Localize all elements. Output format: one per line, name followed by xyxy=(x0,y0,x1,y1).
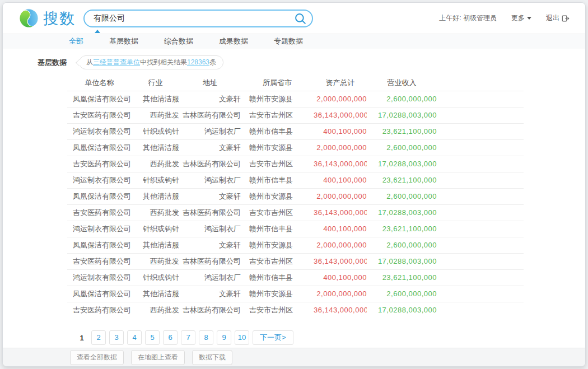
table-row[interactable]: 凤凰保洁有限公司 其他清洁服 文豪轩 赣州市安源县 2,000,000,000 … xyxy=(67,91,524,107)
page-number-button[interactable]: 4 xyxy=(127,330,142,345)
page-number-button[interactable]: 6 xyxy=(163,330,178,345)
province-cell: 吉安市吉州区 xyxy=(241,302,314,318)
unit-name-cell: 凤凰保洁有限公司 xyxy=(67,237,132,253)
province-cell: 赣州市安源县 xyxy=(241,188,314,204)
unit-name-cell: 凤凰保洁有限公司 xyxy=(67,286,132,302)
footer-action-button[interactable]: 查看全部数据 xyxy=(70,350,124,365)
app-window: 搜数 上午好: 初级管理员 更多 退出 xyxy=(2,2,586,367)
industry-cell: 西药批发 xyxy=(132,302,179,318)
column-header-spacer xyxy=(437,75,524,91)
revenue-cell: 17,0288,003,000 xyxy=(367,107,437,123)
table-row[interactable]: 吉安医药有限公司 西药批发 吉林医药有限公司 吉安市吉州区 36,143,000… xyxy=(67,302,524,318)
app-logo[interactable]: 搜数 xyxy=(18,8,76,29)
results-tab[interactable]: 全部 xyxy=(69,36,83,46)
page-number-button[interactable]: 9 xyxy=(217,330,231,345)
next-page-button[interactable]: 下一页> xyxy=(253,330,293,345)
page-number-button[interactable]: 10 xyxy=(235,330,249,345)
spacer-cell xyxy=(437,139,524,156)
table-row[interactable]: 吉安医药有限公司 西药批发 吉林医药有限公司 吉安市吉州区 36,143,000… xyxy=(67,107,524,123)
revenue-cell: 17,0288,003,000 xyxy=(367,156,437,172)
result-suffix: 条 xyxy=(209,58,216,66)
source-link[interactable]: 三经普普查单位 xyxy=(93,58,140,66)
industry-cell: 西药批发 xyxy=(132,253,179,269)
spacer-cell xyxy=(437,188,524,204)
page-number-button[interactable]: 5 xyxy=(145,330,160,345)
province-cell: 吉安市吉州区 xyxy=(241,107,314,123)
results-tab[interactable]: 专题数据 xyxy=(274,36,303,46)
industry-cell: 西药批发 xyxy=(132,107,179,123)
industry-cell: 其他清洁服 xyxy=(132,188,179,204)
spacer-cell xyxy=(437,204,524,221)
address-cell: 鸿运制衣厂 xyxy=(179,269,241,286)
total-assets-cell: 36,143,000,000 xyxy=(314,156,367,172)
result-count-link[interactable]: 128363 xyxy=(187,58,209,66)
page-number-button[interactable]: 3 xyxy=(109,330,124,345)
total-assets-cell: 2,000,000,000 xyxy=(314,237,367,253)
province-cell: 吉安市吉州区 xyxy=(241,156,314,172)
table-row[interactable]: 凤凰保洁有限公司 其他清洁服 文豪轩 赣州市安源县 2,000,000,000 … xyxy=(67,286,524,302)
search-area xyxy=(83,10,313,27)
page-number-button[interactable]: 8 xyxy=(199,330,213,345)
section-title: 基层数据 xyxy=(38,58,67,68)
pagination: 1 2 3 4 5 6 7 8 9 10 下一页> xyxy=(76,330,585,345)
total-assets-cell: 2,000,000,000 xyxy=(314,286,367,302)
spacer-cell xyxy=(437,123,524,139)
address-cell: 鸿运制衣厂 xyxy=(179,123,241,139)
address-cell: 吉林医药有限公司 xyxy=(179,204,241,221)
table-row[interactable]: 鸿运制衣有限公司 针织或钩针 鸿运制衣厂 赣州市信丰县 400,100,000 … xyxy=(67,269,524,286)
table-row[interactable]: 吉安医药有限公司 西药批发 吉林医药有限公司 吉安市吉州区 36,143,000… xyxy=(67,156,524,172)
unit-name-cell: 凤凰保洁有限公司 xyxy=(67,91,132,107)
province-cell: 赣州市信丰县 xyxy=(241,123,314,139)
unit-name-cell: 鸿运制衣有限公司 xyxy=(67,221,132,237)
province-cell: 吉安市吉州区 xyxy=(241,204,314,221)
table-row[interactable]: 吉安医药有限公司 西药批发 吉林医药有限公司 吉安市吉州区 36,143,000… xyxy=(67,253,524,269)
user-greeting: 上午好: 初级管理员 xyxy=(439,13,497,23)
logout-icon xyxy=(562,15,570,22)
spacer-cell xyxy=(437,286,524,302)
total-assets-cell: 36,143,000,000 xyxy=(314,107,367,123)
industry-cell: 西药批发 xyxy=(132,204,179,221)
results-tab[interactable]: 基层数据 xyxy=(109,36,138,46)
results-table-body: 凤凰保洁有限公司 其他清洁服 文豪轩 赣州市安源县 2,000,000,000 … xyxy=(67,91,524,318)
unit-name-cell: 吉安医药有限公司 xyxy=(67,156,132,172)
table-row[interactable]: 鸿运制衣有限公司 针织或钩针 鸿运制衣厂 赣州市信丰县 400,100,000 … xyxy=(67,221,524,237)
revenue-cell: 2,600,000,000 xyxy=(367,286,437,302)
results-tab[interactable]: 成果数据 xyxy=(219,36,248,46)
total-assets-cell: 400,100,000 xyxy=(314,221,367,237)
page-number-button[interactable]: 7 xyxy=(181,330,195,345)
province-cell: 赣州市安源县 xyxy=(241,286,314,302)
search-button[interactable] xyxy=(294,12,306,25)
table-row[interactable]: 凤凰保洁有限公司 其他清洁服 文豪轩 赣州市安源县 2,000,000,000 … xyxy=(67,139,524,156)
footer-action-button[interactable]: 在地图上查看 xyxy=(131,350,185,365)
table-row[interactable]: 鸿运制衣有限公司 针织或钩针 鸿运制衣厂 赣州市信丰县 400,100,000 … xyxy=(67,172,524,188)
unit-name-cell: 鸿运制衣有限公司 xyxy=(67,172,132,188)
table-row[interactable]: 凤凰保洁有限公司 其他清洁服 文豪轩 赣州市安源县 2,000,000,000 … xyxy=(67,237,524,253)
spacer-cell xyxy=(437,156,524,172)
column-header-address: 地址 xyxy=(179,75,241,91)
header-user-area: 上午好: 初级管理员 更多 退出 xyxy=(439,13,570,23)
revenue-cell: 2,600,000,000 xyxy=(367,91,437,107)
search-input[interactable] xyxy=(94,14,294,23)
spacer-cell xyxy=(437,302,524,318)
logout-label: 退出 xyxy=(546,13,559,23)
result-prefix: 从 xyxy=(86,58,93,66)
table-row[interactable]: 吉安医药有限公司 西药批发 吉林医药有限公司 吉安市吉州区 36,143,000… xyxy=(67,204,524,221)
page-number-button[interactable]: 2 xyxy=(91,330,106,345)
revenue-cell: 17,0288,003,000 xyxy=(367,253,437,269)
logo-swirl-icon xyxy=(18,8,39,29)
revenue-cell: 23,621,100,000 xyxy=(367,221,437,237)
address-cell: 文豪轩 xyxy=(179,139,241,156)
table-row[interactable]: 凤凰保洁有限公司 其他清洁服 文豪轩 赣州市安源县 2,000,000,000 … xyxy=(67,188,524,204)
revenue-cell: 17,0288,003,000 xyxy=(367,302,437,318)
results-tab[interactable]: 综合数据 xyxy=(164,36,193,46)
logout-button[interactable]: 退出 xyxy=(546,13,570,23)
industry-cell: 针织或钩针 xyxy=(132,269,179,286)
table-row[interactable]: 鸿运制衣有限公司 针织或钩针 鸿运制衣厂 赣州市信丰县 400,100,000 … xyxy=(67,123,524,139)
unit-name-cell: 吉安医药有限公司 xyxy=(67,107,132,123)
unit-name-cell: 吉安医药有限公司 xyxy=(67,302,132,318)
result-summary-pill: 从三经普普查单位中找到相关结果128363条 xyxy=(79,55,223,69)
more-menu[interactable]: 更多 xyxy=(511,13,531,23)
footer-action-button[interactable]: 数据下载 xyxy=(192,350,232,365)
results-table: 单位名称 行业 地址 所属省市 资产总计 营业收入 凤凰保洁有限公司 其他清洁服… xyxy=(67,75,524,318)
column-header-unit-name: 单位名称 xyxy=(67,75,132,91)
